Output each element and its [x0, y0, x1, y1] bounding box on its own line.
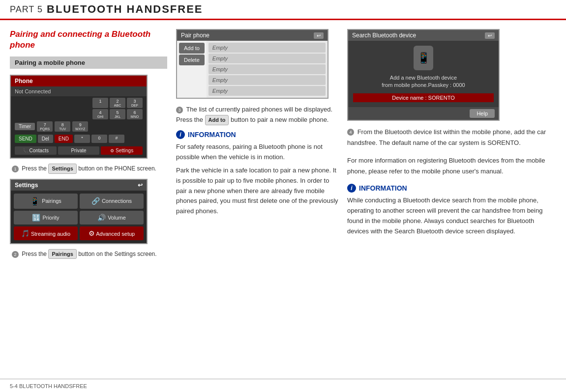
phone-icon: 📱 — [414, 46, 433, 70]
step1-text: Press the — [22, 165, 47, 172]
info-block-2: i INFORMATION While conducting a Bluetoo… — [347, 184, 556, 236]
info-para-1: For safety reasons, pairing a Bluetooth … — [176, 142, 338, 163]
search-info-text: Add a new Bluetooth device from mobile p… — [382, 74, 465, 89]
step2-text: Press the — [22, 251, 47, 257]
settings-screen-mockup: Settings ↩ 📱 Pairings 🔗 Connections 🔢 Pr… — [10, 179, 148, 244]
phone-screen-mockup: Phone Not Connected 1 2 ABC 3 DEF 4 GHI … — [10, 75, 148, 159]
phone-not-connected-row: Not Connected — [11, 86, 147, 96]
search-bt-footer: Help — [348, 107, 499, 120]
settings-back-icon[interactable]: ↩ — [138, 182, 143, 189]
settings-inline-btn[interactable]: Settings — [48, 164, 76, 174]
pair-item-4: Empty — [209, 75, 326, 85]
info-heading-2-label: INFORMATION — [359, 184, 407, 192]
num-3[interactable]: 3 DEF — [127, 98, 143, 108]
search-bt-title: Search Bluetooth device — [352, 32, 416, 39]
section-title: Pairing and connecting a Bluetooth phone — [10, 29, 167, 51]
step4-text: 4 From the Bluetooth device list within … — [347, 127, 556, 148]
phone-bottom-row: 📞 Contacts Private ⚙ Settings — [15, 145, 143, 156]
connections-cell[interactable]: 🔗 Connections — [80, 194, 144, 209]
pair-phone-mockup: Pair phone ↩ Add to Delete Empty Empty E… — [176, 29, 328, 99]
star-btn[interactable]: * — [74, 135, 90, 143]
add-to-inline-btn[interactable]: Add to — [205, 115, 229, 126]
search-back-icon[interactable]: ↩ — [485, 32, 495, 39]
step1-label: 1 Press the Settings button on the PHONE… — [12, 164, 167, 174]
info-text-1: For safety reasons, pairing a Bluetooth … — [176, 142, 338, 217]
streaming-audio-cell[interactable]: 🎵 Streaming audio — [14, 226, 78, 240]
send-btn[interactable]: SEND — [15, 135, 36, 143]
pair-item-3: Empty — [209, 64, 326, 74]
step3-paragraph: 3 The list of currently paired phones wi… — [176, 105, 338, 125]
info-heading-label: INFORMATION — [188, 131, 236, 139]
step4-content: From the Bluetooth device list within th… — [347, 128, 546, 146]
end-btn[interactable]: END — [55, 135, 73, 143]
settings-grid: 📱 Pairings 🔗 Connections 🔢 Priority 🔊 Vo… — [11, 191, 147, 243]
num-4[interactable]: 4 GHI — [92, 109, 108, 119]
footer-text: 5-4 BLUETOOTH HANDSFREE — [10, 383, 87, 389]
pair-phone-title: Pair phone — [181, 32, 209, 39]
search-bt-body: 📱 Add a new Bluetooth device from mobile… — [348, 41, 499, 107]
num-9[interactable]: 9 WXYZ — [72, 121, 88, 132]
info-para-2: Park the vehicle in a safe location to p… — [176, 166, 338, 217]
step2-label: 2 Press the Pairings button on the Setti… — [12, 249, 167, 259]
zero-btn[interactable]: 0 — [91, 135, 107, 143]
search-bt-mockup: Search Bluetooth device ↩ 📱 Add a new Bl… — [347, 29, 500, 121]
timer-label[interactable]: Timer — [15, 123, 35, 130]
info-heading-2: i INFORMATION — [347, 184, 556, 193]
num-5[interactable]: 5 JKL — [110, 109, 125, 119]
pair-item-1: Empty — [209, 43, 326, 53]
pair-item-5: Empty — [209, 86, 326, 96]
info-icon-2: i — [347, 184, 356, 193]
delete-button[interactable]: Delete — [179, 55, 205, 65]
step3-rest: button to pair a new mobile phone. — [231, 116, 328, 123]
step1-rest: button on the PHONE screen. — [78, 165, 156, 172]
device-name-row: Device name : SORENTO — [353, 93, 494, 102]
private-btn[interactable]: Private — [58, 146, 100, 155]
num-6[interactable]: 6 MNO — [127, 109, 143, 119]
para-text: For more information on registering Blue… — [347, 155, 556, 177]
step1-number: 1 — [12, 166, 19, 172]
pair-body: Add to Delete Empty Empty Empty Empty Em… — [177, 41, 328, 98]
pairings-inline-btn[interactable]: Pairings — [48, 249, 76, 259]
add-to-button[interactable]: Add to — [179, 43, 205, 54]
pair-back-icon[interactable]: ↩ — [314, 32, 324, 39]
priority-cell[interactable]: 🔢 Priority — [14, 211, 78, 224]
step4-icon: 4 — [347, 129, 354, 136]
info-block-1: i INFORMATION For safety reasons, pairin… — [176, 130, 338, 217]
page-title: BLUETOOTH HANDSFREE — [47, 3, 203, 16]
not-connected-label: Not Connected — [15, 88, 51, 94]
num-2[interactable]: 2 ABC — [110, 98, 125, 108]
num-7[interactable]: 7 PQRS — [37, 121, 53, 132]
settings-title: Settings — [15, 182, 38, 189]
del-btn[interactable]: Del — [38, 135, 53, 143]
info-heading-1: i INFORMATION — [176, 130, 338, 139]
settings-header: Settings ↩ — [11, 180, 147, 191]
search-info-line2: from mobile phone.Passkey : 0000 — [382, 82, 465, 88]
num-1[interactable]: 1 — [92, 98, 108, 108]
numpad-row-1: 1 2 ABC 3 DEF — [15, 98, 143, 108]
help-button[interactable]: Help — [470, 109, 495, 118]
right-column: Search Bluetooth device ↩ 📱 Add a new Bl… — [347, 29, 556, 365]
left-column: Pairing and connecting a Bluetooth phone… — [10, 29, 167, 365]
send-del-end-row: SEND Del END * 0 # — [15, 134, 143, 144]
phone-numpad: 1 2 ABC 3 DEF 4 GHI 5 JKL 6 MNO Timer 7 … — [11, 96, 147, 158]
step3-icon: 3 — [176, 107, 183, 113]
contacts-btn[interactable]: 📞 Contacts — [15, 146, 57, 155]
advanced-setup-cell[interactable]: ⚙ Advanced setup — [80, 226, 144, 240]
step2-number: 2 — [12, 251, 19, 258]
mid-column: Pair phone ↩ Add to Delete Empty Empty E… — [176, 29, 338, 365]
part-label: PART 5 — [10, 4, 43, 15]
numpad-row-2: 4 GHI 5 JKL 6 MNO — [15, 109, 143, 119]
pair-item-2: Empty — [209, 54, 326, 63]
timer-row: Timer 7 PQRS 8 TUV 9 WXYZ — [15, 120, 143, 133]
num-8[interactable]: 8 TUV — [55, 121, 70, 132]
pairings-cell[interactable]: 📱 Pairings — [14, 194, 78, 209]
volume-cell[interactable]: 🔊 Volume — [80, 211, 144, 224]
page-footer: 5-4 BLUETOOTH HANDSFREE — [0, 379, 566, 392]
paired-phones-list: Empty Empty Empty Empty Empty — [207, 41, 328, 98]
page-header: PART 5 BLUETOOTH HANDSFREE — [0, 0, 566, 20]
info-text-2: While conducting a Bluetooth device sear… — [347, 196, 556, 236]
phone-header: Phone — [11, 76, 147, 86]
settings-btn[interactable]: ⚙ Settings — [101, 146, 143, 155]
main-content: Pairing and connecting a Bluetooth phone… — [0, 20, 566, 370]
hash-btn[interactable]: # — [109, 135, 124, 143]
